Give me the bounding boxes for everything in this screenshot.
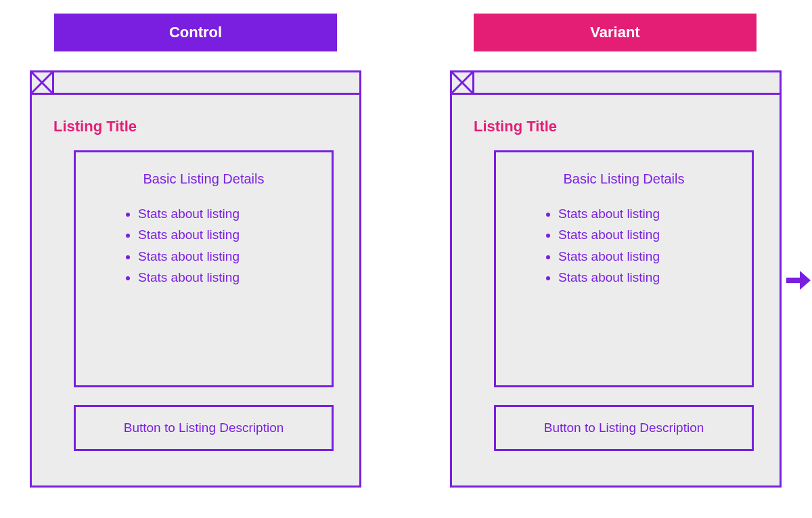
listing-details-box: Basic Listing Details Stats about listin… (494, 150, 754, 387)
window-close-icon (32, 72, 54, 93)
window-close-icon (452, 72, 474, 93)
listing-stats-list: Stats about listing Stats about listing … (89, 203, 318, 288)
listing-details-heading: Basic Listing Details (510, 171, 738, 187)
listing-cta-button[interactable]: Button to Listing Description (74, 405, 334, 451)
listing-stat: Stats about listing (558, 203, 738, 224)
window-body: Listing Title Basic Listing Details Stat… (32, 95, 359, 466)
listing-title: Listing Title (474, 118, 761, 135)
variant-header: Variant (474, 14, 757, 51)
control-header: Control (54, 14, 337, 51)
listing-stats-list: Stats about listing Stats about listing … (510, 203, 738, 288)
listing-stat: Stats about listing (138, 267, 318, 288)
window-titlebar (452, 72, 780, 95)
listing-stat: Stats about listing (138, 203, 318, 224)
listing-cta-label: Button to Listing Description (124, 420, 284, 435)
listing-stat: Stats about listing (138, 246, 318, 267)
listing-details-box: Basic Listing Details Stats about listin… (74, 150, 334, 387)
listing-title: Listing Title (53, 118, 340, 135)
window-body: Listing Title Basic Listing Details Stat… (452, 95, 780, 466)
variant-header-label: Variant (590, 24, 639, 41)
listing-stat: Stats about listing (558, 267, 738, 288)
listing-stat: Stats about listing (558, 246, 738, 267)
svg-marker-5 (800, 271, 811, 290)
variant-frame: Listing Title Basic Listing Details Stat… (450, 70, 782, 488)
arrow-right-icon (786, 271, 811, 293)
control-header-label: Control (169, 24, 222, 41)
svg-rect-4 (786, 278, 800, 283)
listing-stat: Stats about listing (138, 224, 318, 245)
listing-cta-label: Button to Listing Description (544, 420, 704, 435)
window-titlebar (32, 72, 359, 95)
listing-details-heading: Basic Listing Details (89, 171, 318, 187)
diagram-canvas: Control Variant Listing Title Basic List… (0, 0, 812, 518)
listing-cta-button[interactable]: Button to Listing Description (494, 405, 754, 451)
control-frame: Listing Title Basic Listing Details Stat… (30, 70, 361, 488)
listing-stat: Stats about listing (558, 224, 738, 245)
